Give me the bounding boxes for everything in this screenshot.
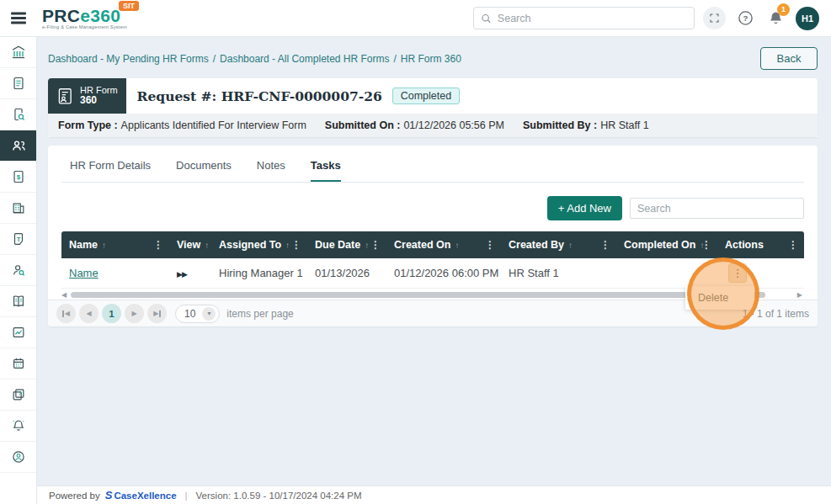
next-page-button[interactable]: ▶: [125, 304, 144, 323]
sort-asc-icon[interactable]: ↑: [568, 241, 573, 250]
sidebar-item-notifications[interactable]: [0, 411, 36, 442]
submitted-by-label: Submitted By :: [523, 119, 597, 131]
calendar-icon: [11, 356, 26, 371]
sidebar-item-profile[interactable]: [0, 442, 36, 473]
notifications-button[interactable]: 1: [764, 7, 787, 30]
environment-badge: SIT: [119, 1, 139, 11]
hr-form-360-badge: HR Form360: [48, 78, 126, 114]
notification-count-badge: 1: [777, 3, 790, 16]
sidebar-item-documents[interactable]: [0, 68, 36, 99]
items-per-page-select[interactable]: 10 ▼: [175, 305, 220, 323]
column-header-completed-on[interactable]: Completed On↑⋮: [616, 231, 717, 258]
previous-page-button[interactable]: ◀: [79, 304, 99, 323]
view-task-icon[interactable]: ▶▶: [177, 270, 187, 279]
column-header-due-date[interactable]: Due Date↑⋮: [307, 231, 386, 258]
breadcrumb-link-pending[interactable]: Dashboard - My Pending HR Forms: [48, 53, 209, 65]
app-logo[interactable]: PRCe360 e-Filing & Case Management Syste…: [42, 7, 127, 30]
tab-notes[interactable]: Notes: [257, 159, 285, 182]
column-header-actions[interactable]: Actions⋮: [717, 231, 804, 258]
help-card-icon: ?: [11, 387, 26, 402]
column-menu-icon[interactable]: ⋮: [368, 239, 383, 251]
submitted-on-label: Submitted On :: [325, 119, 401, 131]
page-size-value: 10: [184, 308, 195, 320]
global-search-input[interactable]: [498, 13, 687, 24]
person-search-icon: [11, 263, 26, 278]
logo-text-e360: e360: [80, 6, 120, 25]
scroll-right-icon[interactable]: ▶: [797, 290, 802, 300]
fullscreen-button[interactable]: [703, 7, 726, 29]
tab-hr-form-details[interactable]: HR Form Details: [70, 159, 151, 182]
sidebar-item-help-cards[interactable]: ?: [0, 379, 36, 411]
sort-asc-icon[interactable]: ↑: [102, 241, 106, 250]
svg-text:$: $: [16, 173, 20, 181]
sidebar-item-people[interactable]: [0, 130, 36, 162]
sidebar-item-bank[interactable]: [0, 37, 36, 68]
delete-menu-item[interactable]: Delete: [685, 289, 754, 306]
last-page-button[interactable]: ▶: [147, 304, 167, 323]
back-button[interactable]: Back: [760, 47, 818, 70]
row-actions-dropdown: Delete: [685, 286, 754, 310]
help-button[interactable]: ?: [734, 7, 757, 29]
sidebar-item-document-search[interactable]: [0, 99, 36, 130]
sidebar-item-building[interactable]: [0, 193, 36, 224]
column-menu-icon[interactable]: ⋮: [151, 239, 166, 251]
document-icon: [11, 76, 26, 91]
detail-card: HR Form Details Documents Notes Tasks + …: [48, 146, 818, 326]
tab-documents[interactable]: Documents: [176, 159, 232, 182]
column-menu-icon[interactable]: ⋮: [289, 239, 304, 251]
document-search-icon: [11, 107, 26, 122]
search-icon: [481, 13, 492, 24]
logo-tagline: e-Filing & Case Management System: [42, 25, 127, 30]
building-icon: [11, 200, 26, 215]
chevron-down-icon: ▼: [202, 307, 216, 321]
add-new-button[interactable]: + Add New: [547, 196, 622, 220]
scrollbar-thumb[interactable]: [71, 292, 765, 298]
tasks-search-input[interactable]: [630, 198, 804, 219]
column-menu-icon[interactable]: ⋮: [699, 239, 714, 251]
svg-text:?: ?: [18, 390, 21, 396]
sidebar-item-calendar[interactable]: [0, 348, 36, 379]
column-menu-icon[interactable]: ⋮: [482, 239, 498, 251]
sort-asc-icon[interactable]: ↑: [205, 241, 209, 250]
logo-text-prc: PRC: [42, 6, 80, 25]
table-row: Name ▶▶ Hiring Manager 1 01/13/2026 01/1…: [61, 258, 804, 289]
sidebar-item-person-search[interactable]: [0, 255, 36, 286]
tab-tasks[interactable]: Tasks: [311, 159, 341, 182]
ledger-icon: [11, 294, 26, 309]
sidebar-item-invoice[interactable]: $: [0, 162, 36, 193]
sidebar-item-ledger[interactable]: [0, 286, 36, 317]
column-header-created-on[interactable]: Created On↑⋮: [386, 231, 501, 258]
column-header-view[interactable]: View↑: [169, 231, 211, 258]
people-icon: [10, 137, 27, 154]
hamburger-menu-icon[interactable]: [0, 0, 37, 37]
main-content: Dashboard - My Pending HR Forms/Dashboar…: [37, 37, 831, 485]
form-type-value: Applicants Identified For Interview Form: [121, 119, 306, 131]
badge-line-1: HR Form: [80, 85, 118, 95]
column-header-created-by[interactable]: Created By↑⋮: [501, 231, 616, 258]
created-on-cell: 01/12/2026 06:00 PM: [386, 267, 501, 279]
column-menu-icon[interactable]: ⋮: [786, 239, 801, 251]
user-avatar[interactable]: H1: [796, 7, 819, 30]
sidebar-item-form-template[interactable]: T: [0, 224, 36, 255]
scroll-left-icon[interactable]: ◀: [61, 290, 67, 300]
column-header-name[interactable]: Name↑⋮: [61, 231, 169, 258]
bell-outline-icon: [11, 418, 26, 433]
sort-asc-icon[interactable]: ↑: [455, 241, 459, 250]
row-actions-menu-button[interactable]: ⋮: [728, 263, 747, 283]
breadcrumb-separator: /: [213, 53, 216, 65]
column-menu-icon[interactable]: ⋮: [598, 239, 613, 251]
sidebar-item-reports[interactable]: [0, 317, 36, 348]
page-number-button[interactable]: 1: [102, 304, 121, 323]
global-search[interactable]: [473, 7, 695, 29]
chart-icon: [11, 325, 26, 340]
submitted-by-value: HR Staff 1: [600, 119, 648, 131]
first-page-button[interactable]: ◀: [56, 304, 76, 323]
task-name-link[interactable]: Name: [69, 267, 99, 279]
fullscreen-icon: [709, 13, 720, 24]
tab-bar: HR Form Details Documents Notes Tasks: [61, 159, 804, 183]
left-sidebar: $ T ?: [0, 37, 37, 504]
casexellence-logo[interactable]: SCaseXellence: [105, 489, 177, 501]
column-header-assigned-to[interactable]: Assigned To↑⋮: [211, 231, 307, 258]
breadcrumb-link-completed[interactable]: Dashboard - All Completed HR Forms: [220, 53, 389, 65]
assigned-to-cell: Hiring Manager 1: [211, 267, 307, 279]
